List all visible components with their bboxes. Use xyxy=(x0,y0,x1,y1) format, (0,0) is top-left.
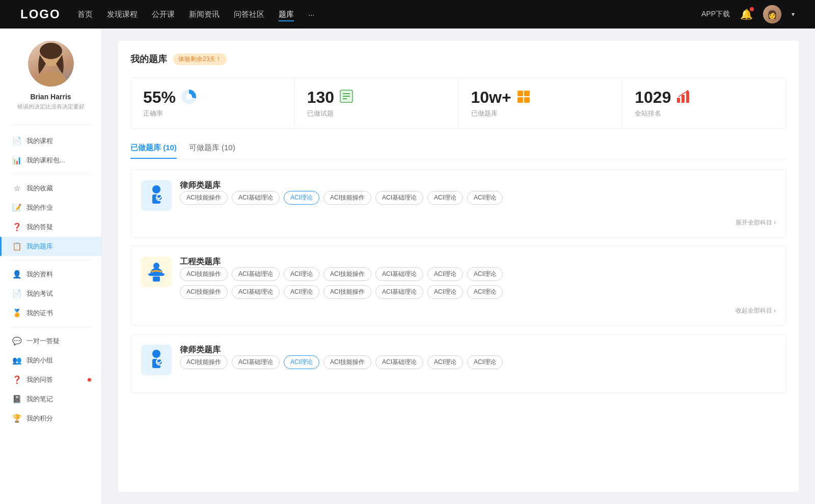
tabs: 已做题库 (10) 可做题库 (10) xyxy=(130,143,786,159)
tag-2-r2-3[interactable]: ACI技能操作 xyxy=(323,285,371,299)
myqa-dot xyxy=(88,378,91,382)
favorites-icon: ☆ xyxy=(12,184,21,193)
stat-correctness: 55% 正确率 xyxy=(131,78,295,128)
tag-1-5[interactable]: ACI理论 xyxy=(427,191,463,205)
tag-2-5[interactable]: ACI理论 xyxy=(427,267,463,281)
tag-3-0[interactable]: ACI技能操作 xyxy=(180,355,228,369)
qbank-2-content: 工程类题库 ACI技能操作 ACI基础理论 ACI理论 ACI技能操作 ACI基… xyxy=(180,257,776,299)
certificate-label: 我的证书 xyxy=(26,309,53,318)
stat-done-q-icon xyxy=(339,89,354,106)
navbar-right: APP下载 🔔 👩 ▾ xyxy=(701,5,795,23)
tag-2-6[interactable]: ACI理论 xyxy=(467,267,503,281)
stat-done-bank-row: 10w+ xyxy=(471,88,610,107)
tag-1-6[interactable]: ACI理论 xyxy=(467,191,503,205)
tag-1-3[interactable]: ACI技能操作 xyxy=(323,191,371,205)
tag-3-3[interactable]: ACI技能操作 xyxy=(323,355,371,369)
stat-done-bank-value: 10w+ xyxy=(471,88,511,107)
tag-1-0[interactable]: ACI技能操作 xyxy=(180,191,228,205)
user-avatar[interactable]: 👩 xyxy=(763,5,781,23)
nav-discover[interactable]: 发现课程 xyxy=(107,8,138,21)
sidebar-item-group[interactable]: 👥 我的小组 xyxy=(0,351,101,370)
sidebar-motto: 错误的决定比没有决定要好 xyxy=(17,103,85,110)
sidebar-item-qa[interactable]: ❓ 我的答疑 xyxy=(0,217,101,237)
layout: Brian Harris 错误的决定比没有决定要好 📄 我的课程 📊 我的课程包… xyxy=(0,29,815,504)
qbank-1-header: 律师类题库 ACI技能操作 ACI基础理论 ACI理论 ACI技能操作 ACI基… xyxy=(141,180,776,211)
tab-todo[interactable]: 可做题库 (10) xyxy=(189,143,235,159)
svg-point-17 xyxy=(152,185,160,193)
sidebar-item-profile[interactable]: 👤 我的资料 xyxy=(0,265,101,284)
sidebar-item-mycourse[interactable]: 📄 我的课程 xyxy=(0,131,101,151)
svg-point-24 xyxy=(152,350,160,358)
sidebar-item-notes[interactable]: 📓 我的笔记 xyxy=(0,389,101,409)
points-icon: 🏆 xyxy=(12,414,21,423)
tag-2-3[interactable]: ACI技能操作 xyxy=(323,267,371,281)
tag-2-2[interactable]: ACI理论 xyxy=(284,267,319,281)
svg-rect-15 xyxy=(686,92,689,103)
tag-2-r2-5[interactable]: ACI理论 xyxy=(427,285,463,299)
sidebar-divider-3 xyxy=(10,260,91,261)
nav-opencourse[interactable]: 公开课 xyxy=(152,8,175,21)
tag-3-1[interactable]: ACI基础理论 xyxy=(232,355,280,369)
qbank-section-3: 律师类题库 ACI技能操作 ACI基础理论 ACI理论 ACI技能操作 ACI基… xyxy=(130,334,786,393)
notification-bell[interactable]: 🔔 xyxy=(740,8,753,20)
sidebar-divider-1 xyxy=(10,125,91,125)
tab-done[interactable]: 已做题库 (10) xyxy=(130,143,177,159)
stat-ranking: 1029 全站排名 xyxy=(622,78,786,128)
sidebar-item-points[interactable]: 🏆 我的积分 xyxy=(0,409,101,428)
sidebar-item-qbank[interactable]: 📋 我的题库 xyxy=(0,237,101,256)
sidebar-item-favorites[interactable]: ☆ 我的收藏 xyxy=(0,179,101,198)
main-content: 我的题库 体验剩余23天！ 55% xyxy=(102,29,815,504)
stat-done-q: 130 已做试题 xyxy=(295,78,459,128)
qbank-1-tags: ACI技能操作 ACI基础理论 ACI理论 ACI技能操作 ACI基础理论 AC… xyxy=(180,191,776,205)
sidebar-item-homework[interactable]: 📝 我的作业 xyxy=(0,198,101,217)
sidebar-item-coursepack[interactable]: 📊 我的课程包... xyxy=(0,151,101,170)
qbank-3-title: 律师类题库 xyxy=(180,345,776,355)
tag-2-4[interactable]: ACI基础理论 xyxy=(375,267,423,281)
tag-3-5[interactable]: ACI理论 xyxy=(427,355,463,369)
nav-news[interactable]: 新闻资讯 xyxy=(189,8,220,21)
tag-2-r2-6[interactable]: ACI理论 xyxy=(467,285,503,299)
sidebar-item-certificate[interactable]: 🏅 我的证书 xyxy=(0,303,101,323)
qa-label: 我的答疑 xyxy=(26,222,53,232)
nav-qa[interactable]: 问答社区 xyxy=(234,8,264,21)
tag-2-1[interactable]: ACI基础理论 xyxy=(232,267,280,281)
svg-rect-14 xyxy=(682,95,685,103)
tag-3-4[interactable]: ACI基础理论 xyxy=(375,355,423,369)
nav-more[interactable]: ··· xyxy=(308,8,315,21)
tag-1-4[interactable]: ACI基础理论 xyxy=(375,191,423,205)
qbank-1-icon xyxy=(141,180,172,211)
tag-1-1[interactable]: ACI基础理论 xyxy=(232,191,280,205)
points-label: 我的积分 xyxy=(26,414,53,423)
svg-point-1 xyxy=(36,71,66,87)
qbank-2-collapse-btn[interactable]: 收起全部科目 › xyxy=(736,307,776,314)
qbank-section-2: 工程类题库 ACI技能操作 ACI基础理论 ACI理论 ACI技能操作 ACI基… xyxy=(130,246,786,326)
trial-badge: 体验剩余23天！ xyxy=(173,53,227,65)
qbank-2-tags-row1: ACI技能操作 ACI基础理论 ACI理论 ACI技能操作 ACI基础理论 AC… xyxy=(180,267,776,281)
user-menu-chevron[interactable]: ▾ xyxy=(792,11,795,18)
stat-done-q-label: 已做试题 xyxy=(307,109,446,118)
tag-1-2[interactable]: ACI理论 xyxy=(284,191,319,205)
sidebar-item-1on1[interactable]: 💬 一对一答疑 xyxy=(0,331,101,351)
avatar-image xyxy=(33,41,69,87)
qbank-section-1: 律师类题库 ACI技能操作 ACI基础理论 ACI理论 ACI技能操作 ACI基… xyxy=(130,170,786,238)
app-download-link[interactable]: APP下载 xyxy=(701,10,730,19)
sidebar-divider-2 xyxy=(10,174,91,175)
tag-2-r2-2[interactable]: ACI理论 xyxy=(284,285,319,299)
nav-home[interactable]: 首页 xyxy=(77,8,93,21)
qbank-2-title: 工程类题库 xyxy=(180,257,776,267)
tag-2-r2-4[interactable]: ACI基础理论 xyxy=(375,285,423,299)
tag-2-r2-0[interactable]: ACI技能操作 xyxy=(180,285,228,299)
page-title: 我的题库 xyxy=(130,53,167,65)
tag-2-r2-1[interactable]: ACI基础理论 xyxy=(232,285,280,299)
sidebar-item-myqa[interactable]: ❓ 我的问答 xyxy=(0,370,101,389)
sidebar-item-exam[interactable]: 📄 我的考试 xyxy=(0,284,101,303)
nav-qbank[interactable]: 题库 xyxy=(279,8,294,21)
tag-3-2[interactable]: ACI理论 xyxy=(284,355,319,369)
svg-point-2 xyxy=(40,43,62,59)
tag-3-6[interactable]: ACI理论 xyxy=(467,355,503,369)
tag-2-0[interactable]: ACI技能操作 xyxy=(180,267,228,281)
mycourse-icon: 📄 xyxy=(12,136,21,146)
qbank-1-expand-btn[interactable]: 展开全部科目 › xyxy=(736,219,776,226)
navbar-menu: 首页 发现课程 公开课 新闻资讯 问答社区 题库 ··· xyxy=(77,8,685,21)
navbar: LOGO 首页 发现课程 公开课 新闻资讯 问答社区 题库 ··· APP下载 … xyxy=(0,0,815,29)
